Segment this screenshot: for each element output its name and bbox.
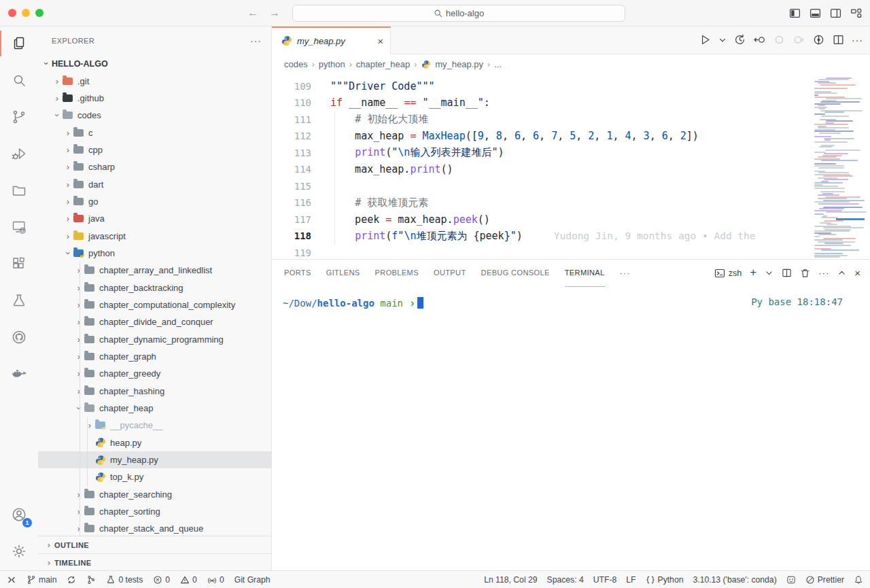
tree-item-heap-py[interactable]: heap.py <box>38 434 271 451</box>
status-eol[interactable]: LF <box>626 575 636 585</box>
tree-item-codes[interactable]: ›codes <box>38 107 271 124</box>
code-line-109[interactable]: 109"""Driver Code""" <box>272 78 870 95</box>
panel-tab-problems[interactable]: PROBLEMS <box>375 259 419 287</box>
explorer-more-actions[interactable]: ··· <box>250 35 262 46</box>
code-line-110[interactable]: 110if __name__ == "__main__": <box>272 94 870 111</box>
close-panel-icon[interactable]: × <box>854 267 860 279</box>
split-editor-icon[interactable] <box>832 33 845 46</box>
nav-forward-icon[interactable]: → <box>269 7 280 19</box>
open-changes-icon[interactable] <box>753 33 766 46</box>
tree-item-chapter-stack-and-queue[interactable]: ›chapter_stack_and_queue <box>38 520 271 536</box>
activity-project-manager[interactable] <box>0 173 38 207</box>
activity-extensions[interactable] <box>0 247 38 281</box>
tab-my-heap[interactable]: my_heap.py × <box>272 27 391 54</box>
tree-item-chapter-heap[interactable]: ›chapter_heap <box>38 400 271 417</box>
tree-item-chapter-computational-complexity[interactable]: ›chapter_computational_complexity <box>38 296 271 313</box>
code-line-112[interactable]: 112 max_heap = MaxHeap([9, 8, 6, 6, 7, 5… <box>272 128 870 145</box>
status-sync[interactable] <box>67 575 76 585</box>
panel-tab-debug-console[interactable]: DEBUG CONSOLE <box>481 259 550 287</box>
breadcrumb-item[interactable]: python <box>319 59 345 69</box>
tree-item-csharp[interactable]: ›csharp <box>38 158 271 175</box>
tree-item-chapter-backtracking[interactable]: ›chapter_backtracking <box>38 279 271 296</box>
code-line-115[interactable]: 115 <box>272 178 870 195</box>
status-indentation[interactable]: Spaces: 4 <box>547 575 584 585</box>
tree-item-chapter-dynamic-programming[interactable]: ›chapter_dynamic_programming <box>38 331 271 348</box>
status-prettier[interactable]: Prettier <box>805 575 844 585</box>
tree-item-hello-algo[interactable]: ›HELLO-ALGO <box>38 55 271 72</box>
activity-explorer[interactable] <box>0 27 38 60</box>
tree-item-python[interactable]: ›python <box>38 245 271 262</box>
code-line-116[interactable]: 116 # 获取堆顶元素 <box>272 194 870 211</box>
tree-item--git[interactable]: ›.git <box>38 72 271 89</box>
panel-more-tabs[interactable]: ··· <box>620 259 631 287</box>
tree-item-c[interactable]: ›c <box>38 124 271 141</box>
tree-item-chapter-hashing[interactable]: ›chapter_hashing <box>38 383 271 400</box>
activity-docker[interactable] <box>0 357 38 391</box>
status-warnings[interactable]: 0 <box>180 575 197 585</box>
nav-back-icon[interactable]: ← <box>247 7 258 19</box>
minimize-window-button[interactable] <box>22 9 30 17</box>
panel-tab-gitlens[interactable]: GITLENS <box>326 259 360 287</box>
tree-item-dart[interactable]: ›dart <box>38 175 271 192</box>
status-notifications[interactable] <box>854 575 863 585</box>
status-errors[interactable]: 0 <box>153 575 170 585</box>
code-line-118[interactable]: 118 print(f"\n堆顶元素为 {peek}")Yudong Jin, … <box>272 228 870 245</box>
tree-item-java[interactable]: ›java <box>38 210 271 227</box>
activity-testing[interactable] <box>0 283 38 317</box>
toggle-secondary-sidebar-icon[interactable] <box>830 7 841 19</box>
activity-accounts[interactable]: 1 <box>0 498 38 532</box>
tree-item-chapter-graph[interactable]: ›chapter_graph <box>38 348 271 365</box>
activity-remote-explorer[interactable] <box>0 210 38 244</box>
new-terminal-button[interactable]: + <box>750 266 756 279</box>
status-tests[interactable]: 0 tests <box>106 575 143 585</box>
minimap[interactable] <box>810 75 870 259</box>
status-language-mode[interactable]: Python <box>646 575 684 585</box>
tree-item-javascript[interactable]: ›javascript <box>38 227 271 244</box>
tree-item--pycache-[interactable]: ›__pycache__ <box>38 417 271 434</box>
status-encoding[interactable]: UTF-8 <box>593 575 617 585</box>
breadcrumb-item[interactable]: chapter_heap <box>356 59 411 69</box>
status-branch[interactable]: main <box>27 575 56 585</box>
maximize-panel-icon[interactable] <box>837 269 846 277</box>
zoom-window-button[interactable] <box>35 9 44 17</box>
breadcrumb-item[interactable]: my_heap.py <box>421 59 483 70</box>
command-center-search[interactable]: hello-algo <box>292 5 625 22</box>
commit-graph-icon[interactable] <box>812 33 825 46</box>
code-line-117[interactable]: 117 peek = max_heap.peek() <box>272 211 870 228</box>
status-git-graph[interactable]: Git Graph <box>234 575 271 585</box>
status-python-interpreter[interactable]: 3.10.13 ('base': conda) <box>693 575 776 585</box>
toggle-primary-sidebar-icon[interactable] <box>789 7 801 19</box>
more-actions-icon[interactable]: ··· <box>852 35 863 46</box>
panel-tab-output[interactable]: OUTPUT <box>434 259 466 287</box>
code-editor[interactable]: 109"""Driver Code"""110if __name__ == "_… <box>272 75 870 259</box>
activity-settings[interactable] <box>0 534 38 568</box>
run-dropdown-icon[interactable] <box>718 36 727 44</box>
code-line-119[interactable]: 119 <box>272 245 870 259</box>
close-window-button[interactable] <box>8 9 16 17</box>
breadcrumb-item[interactable]: codes <box>284 59 308 69</box>
activity-source-control[interactable] <box>0 100 38 134</box>
section-timeline[interactable]: ›TIMELINE <box>38 553 271 571</box>
kill-terminal-icon[interactable] <box>800 268 810 278</box>
tab-close-icon[interactable]: × <box>377 35 383 47</box>
tree-item--github[interactable]: ›.github <box>38 90 271 107</box>
status-feedback-smiley[interactable] <box>786 575 796 585</box>
code-line-111[interactable]: 111 # 初始化大顶堆 <box>272 111 870 128</box>
section-outline[interactable]: ›OUTLINE <box>38 536 271 553</box>
tree-item-chapter-greedy[interactable]: ›chapter_greedy <box>38 365 271 382</box>
panel-more-actions-icon[interactable]: ··· <box>818 268 829 278</box>
terminal-instance[interactable]: zsh <box>714 268 742 279</box>
split-terminal-icon[interactable] <box>782 268 792 278</box>
status-remote[interactable] <box>7 575 16 585</box>
tree-item-chapter-array-and-linkedlist[interactable]: ›chapter_array_and_linkedlist <box>38 262 271 279</box>
activity-search[interactable] <box>0 63 38 97</box>
panel-tab-ports[interactable]: PORTS <box>284 259 311 287</box>
run-python-button[interactable] <box>699 33 712 46</box>
toggle-panel-icon[interactable] <box>810 7 821 19</box>
tree-item-chapter-divide-and-conquer[interactable]: ›chapter_divide_and_conquer <box>38 313 271 330</box>
gitlens-history-icon[interactable] <box>733 33 746 46</box>
status-git-graph-icon[interactable] <box>86 575 96 585</box>
activity-github[interactable] <box>0 320 38 354</box>
code-line-113[interactable]: 113 print("\n输入列表并建堆后") <box>272 145 870 162</box>
status-feedback-broadcast[interactable]: 0 <box>207 575 224 585</box>
